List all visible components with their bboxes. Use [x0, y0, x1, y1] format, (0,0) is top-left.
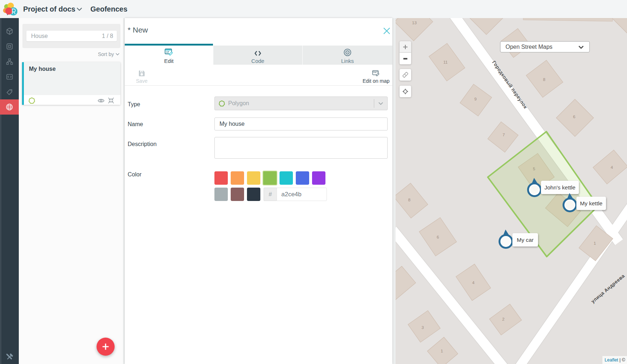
svg-text:11: 11: [443, 60, 448, 64]
svg-text:8: 8: [408, 198, 410, 202]
svg-text:My car: My car: [517, 237, 534, 243]
svg-text:7: 7: [503, 133, 505, 137]
svg-text:My kettle: My kettle: [580, 200, 602, 206]
svg-text:8: 8: [543, 77, 545, 82]
svg-text:6: 6: [437, 235, 439, 239]
svg-text:13: 13: [412, 21, 417, 25]
svg-text:4: 4: [472, 281, 475, 285]
svg-text:6: 6: [573, 115, 575, 119]
svg-text:1: 1: [594, 241, 596, 245]
svg-text:5: 5: [533, 167, 535, 171]
svg-text:9: 9: [474, 97, 477, 101]
svg-text:John's kettle: John's kettle: [545, 184, 576, 190]
svg-text:1: 1: [441, 349, 443, 353]
svg-text:2: 2: [502, 317, 504, 321]
svg-text:3: 3: [422, 325, 424, 330]
svg-text:4: 4: [611, 165, 613, 170]
